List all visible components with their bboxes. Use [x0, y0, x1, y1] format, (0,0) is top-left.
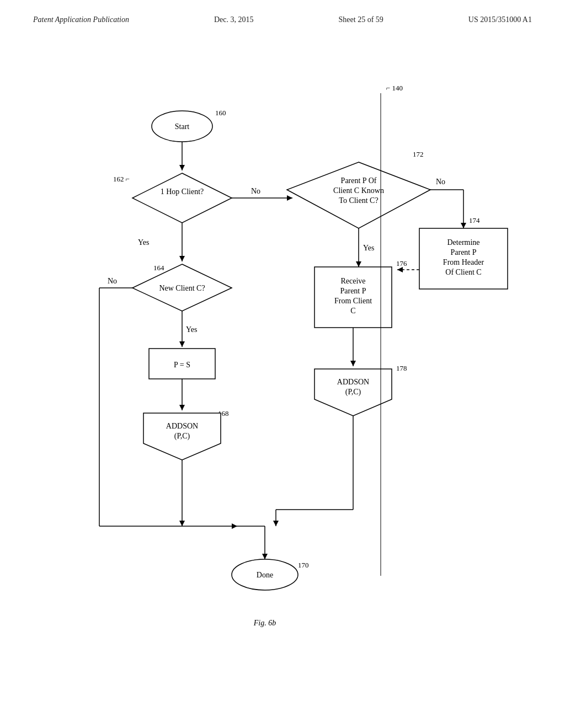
- header-publication: Patent Application Publication: [33, 15, 129, 24]
- arrow-to-done: [262, 554, 268, 559]
- decision-164-label: New Client C?: [159, 284, 205, 292]
- arrow-166-168: [179, 405, 185, 410]
- box-176-l4: C: [350, 307, 355, 315]
- label-yes-172: Yes: [363, 244, 374, 252]
- arrow-174-176: [397, 267, 403, 272]
- pentagon-168-l1: ADDSON: [166, 422, 198, 430]
- box-174-l4: Of Client C: [445, 268, 481, 276]
- decision-172: [287, 162, 430, 228]
- label-yes-162: Yes: [138, 238, 149, 247]
- decision-162: [132, 173, 232, 223]
- header: Patent Application Publication Dec. 3, 2…: [0, 0, 565, 30]
- arrow-176-178: [350, 361, 356, 366]
- box-176-l3: From Client: [334, 297, 372, 305]
- arrow-168-down: [179, 521, 185, 526]
- label-no-162: No: [251, 187, 260, 195]
- arrow-178-merge: [273, 521, 279, 526]
- box-174-l1: Determine: [447, 238, 479, 247]
- ref-172: 172: [413, 150, 424, 158]
- ref-160: 160: [215, 109, 226, 117]
- ref-174: 174: [469, 216, 480, 224]
- arrow-start-d1: [179, 165, 185, 170]
- done-label: Done: [257, 571, 273, 579]
- ref-170: 170: [298, 561, 309, 569]
- ref-164: 164: [153, 264, 164, 272]
- arrow-164-yes: [179, 341, 185, 347]
- flowchart-svg: text { font-family: 'Times New Roman', T…: [0, 30, 565, 692]
- ref-162: 162 ⌐: [113, 175, 130, 183]
- decision-172-l2: Client C Known: [333, 186, 384, 195]
- header-sheet: Sheet 25 of 59: [339, 15, 383, 24]
- box-176-l1: Receive: [340, 277, 365, 285]
- diagram-area: text { font-family: 'Times New Roman', T…: [0, 30, 565, 692]
- label-yes-164: Yes: [186, 325, 197, 334]
- decision-172-l3: To Client C?: [339, 196, 378, 205]
- arrow-162-no: [287, 195, 292, 201]
- pentagon-168-l2: (P,C): [174, 432, 190, 441]
- arrow-172-yes: [356, 261, 361, 267]
- fig-label: Fig. 6b: [253, 619, 276, 627]
- header-date: Dec. 3, 2015: [214, 15, 254, 24]
- pentagon-178-l1: ADDSON: [337, 378, 369, 386]
- pentagon-178-l2: (P,C): [345, 388, 361, 397]
- decision-172-l1: Parent P Of: [341, 176, 377, 185]
- box-174-l3: From Header: [443, 258, 484, 266]
- box-174-l2: Parent P: [450, 248, 476, 256]
- box-176-l2: Parent P: [340, 287, 366, 295]
- arrow-162-yes: [179, 256, 185, 261]
- decision-162-line1: 1 Hop Client?: [161, 188, 204, 196]
- header-patent: US 2015/351000 A1: [468, 15, 532, 24]
- arrow-bottom-merge: [232, 523, 237, 529]
- arrow-172-no: [461, 223, 466, 228]
- ref-176: 176: [396, 259, 407, 267]
- label-no-164: No: [108, 277, 117, 285]
- box-166-label: P = S: [174, 361, 190, 369]
- ref-140: ⌐ 140: [386, 84, 403, 92]
- label-no-172: No: [436, 178, 445, 186]
- ref-178: 178: [396, 364, 407, 372]
- start-label: Start: [175, 122, 190, 131]
- page: Patent Application Publication Dec. 3, 2…: [0, 0, 565, 728]
